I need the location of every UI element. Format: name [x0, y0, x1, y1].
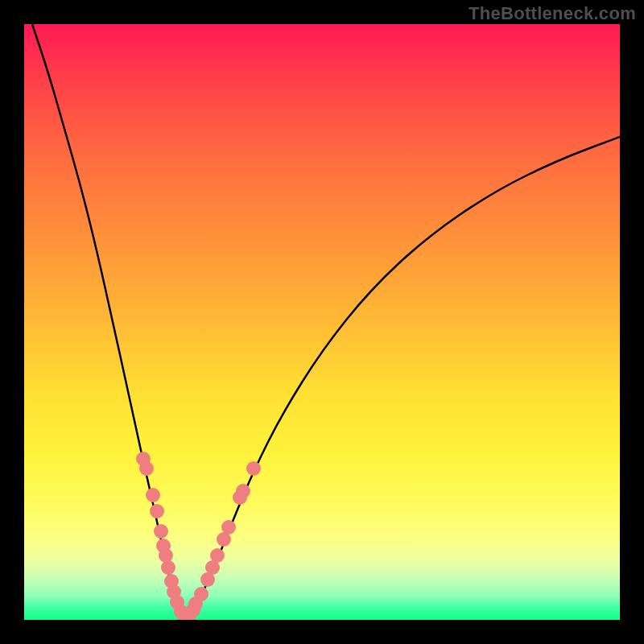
highlighted-dot: [159, 548, 173, 563]
highlighted-dot: [146, 488, 160, 502]
watermark-text: TheBottleneck.com: [469, 3, 636, 24]
plot-area: [24, 24, 620, 620]
highlighted-dot: [236, 484, 250, 498]
highlighted-dot: [150, 504, 164, 518]
chart-frame: TheBottleneck.com: [0, 0, 644, 644]
highlighted-dot: [194, 587, 208, 601]
right-branch-curve: [185, 137, 620, 620]
highlighted-dot: [246, 461, 261, 476]
curve-layer: [24, 24, 620, 620]
highlighted-dot: [154, 524, 168, 539]
highlighted-dot: [139, 461, 154, 476]
highlighted-dot: [221, 520, 236, 535]
highlighted-dot: [210, 548, 225, 563]
highlighted-dot: [161, 560, 175, 575]
highlighted-dots: [136, 452, 261, 620]
